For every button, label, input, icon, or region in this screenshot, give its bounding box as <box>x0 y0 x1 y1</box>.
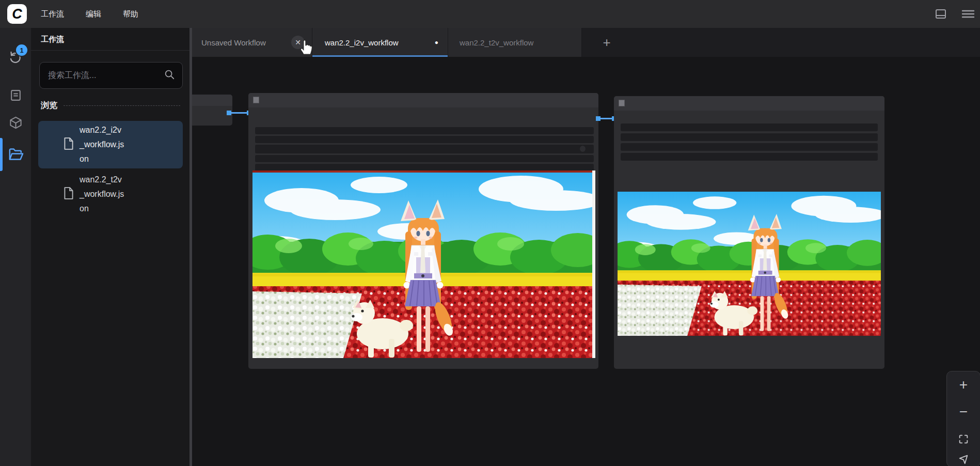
comfyui-window: C 工作流 编辑 帮助 1 <box>0 0 980 466</box>
link-wire <box>230 112 249 114</box>
preview-image <box>252 170 595 358</box>
select-mode-button[interactable] <box>947 453 980 466</box>
node-library-icon <box>9 89 22 102</box>
close-tab-button[interactable]: ✕ <box>291 36 305 49</box>
frame-artifact <box>592 170 595 358</box>
panel-divider <box>31 50 189 51</box>
widget-row[interactable] <box>255 164 594 171</box>
widget-row[interactable] <box>255 136 594 143</box>
widget-row[interactable] <box>255 155 594 162</box>
workflow-file-i2v[interactable]: wan2.2_i2v _workflow.js on <box>38 121 183 168</box>
bottom-panel-toggle-icon[interactable] <box>935 8 947 20</box>
widget-dot <box>580 146 586 152</box>
file-icon <box>63 137 74 152</box>
file-icon <box>63 187 74 202</box>
rail-item-model-library[interactable] <box>0 108 31 137</box>
sidebar-resize-handle[interactable] <box>189 28 192 466</box>
node-header[interactable] <box>614 96 884 111</box>
node-video-preview-2[interactable] <box>614 96 884 369</box>
menu-edit[interactable]: 编辑 <box>86 9 101 19</box>
file-name: wan2.2_t2v _workflow.js on <box>80 173 124 216</box>
menu-bar: C 工作流 编辑 帮助 <box>0 0 980 28</box>
panel-title: 工作流 <box>41 35 64 44</box>
rail-item-queue[interactable]: 1 <box>0 42 31 71</box>
widget-row[interactable] <box>621 123 878 131</box>
hamburger-menu-icon[interactable] <box>961 8 975 20</box>
tab-label: wan2.2_i2v_workflow <box>325 38 399 47</box>
node-header[interactable] <box>192 95 232 106</box>
queue-badge: 1 <box>15 43 28 57</box>
tab-label: Unsaved Workflow <box>201 38 266 47</box>
workflow-search[interactable] <box>39 62 183 89</box>
widget-row[interactable] <box>621 133 878 141</box>
workflow-file-t2v[interactable]: wan2.2_t2v _workflow.js on <box>38 170 183 218</box>
browse-section: 浏览 <box>41 100 180 111</box>
menu-workflow[interactable]: 工作流 <box>41 9 64 19</box>
cube-icon <box>9 116 23 130</box>
menu-help[interactable]: 帮助 <box>123 9 138 19</box>
file-name: wan2.2_i2v _workflow.js on <box>80 123 124 166</box>
search-icon <box>164 69 175 82</box>
folder-open-icon <box>8 147 24 163</box>
zoom-in-button[interactable]: + <box>947 371 980 398</box>
workflow-tab-bar: Unsaved Workflow ✕ wan2.2_i2v_workflow ●… <box>192 28 980 57</box>
zoom-out-button[interactable]: − <box>947 398 980 425</box>
search-input[interactable] <box>40 71 164 80</box>
sidebar-rail: 1 <box>0 28 31 466</box>
close-icon: ✕ <box>295 38 301 46</box>
workflows-panel: 工作流 浏览 wan2.2_i2v _workflow.js on <box>31 28 189 466</box>
tab-unsaved-workflow[interactable]: Unsaved Workflow ✕ <box>192 28 312 57</box>
unsaved-dot: ● <box>435 39 438 46</box>
frame-artifact <box>252 170 595 173</box>
tab-i2v-workflow[interactable]: wan2.2_i2v_workflow ● <box>312 28 448 57</box>
canvas-controls: + − <box>946 371 980 466</box>
rail-item-workflows[interactable] <box>0 140 31 169</box>
node-partial[interactable] <box>192 95 232 126</box>
widget-row[interactable] <box>255 145 594 153</box>
collapse-icon[interactable] <box>619 100 625 106</box>
rail-item-node-library[interactable] <box>0 81 31 110</box>
fit-view-button[interactable] <box>947 426 980 453</box>
browse-section-label: 浏览 <box>41 100 57 111</box>
node-header[interactable] <box>248 93 598 107</box>
widget-row[interactable] <box>621 153 878 161</box>
comfyui-logo[interactable]: C <box>7 4 27 24</box>
fit-view-icon <box>958 433 969 445</box>
collapse-icon[interactable] <box>253 97 259 103</box>
section-divider <box>64 105 180 106</box>
widget-row[interactable] <box>621 143 878 151</box>
new-workflow-button[interactable]: + <box>592 28 621 57</box>
active-tab-underline <box>312 55 448 57</box>
plus-icon: + <box>603 35 610 51</box>
widget-row[interactable] <box>255 127 594 134</box>
cursor-arrow-icon <box>958 454 969 465</box>
node-video-preview-1[interactable] <box>248 93 598 369</box>
tab-t2v-workflow[interactable]: wan2.2_t2v_workflow <box>448 28 582 57</box>
tab-label: wan2.2_t2v_workflow <box>460 38 533 47</box>
preview-image <box>618 192 881 336</box>
